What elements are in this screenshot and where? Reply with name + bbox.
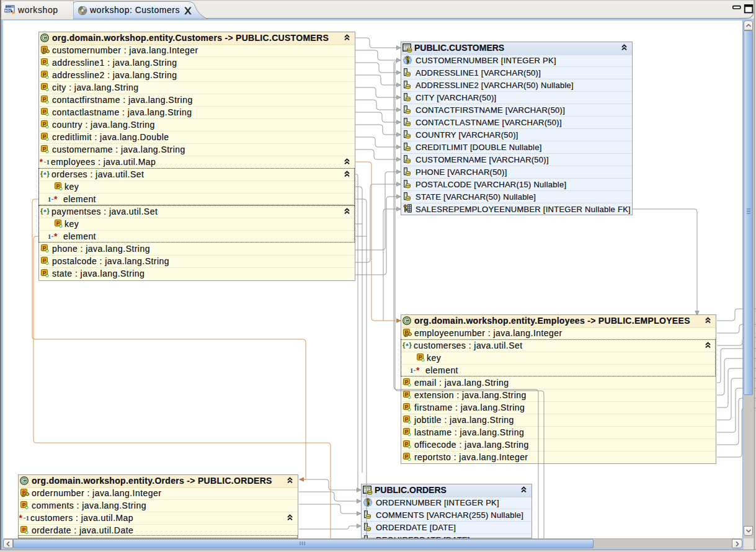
svg-text:1: 1 — [26, 515, 29, 522]
svg-text:*: * — [40, 158, 43, 167]
svg-text:C: C — [22, 477, 27, 484]
svg-text:C: C — [405, 317, 409, 324]
svg-text:*: * — [19, 514, 23, 523]
svg-text:C: C — [43, 34, 47, 41]
svg-text:1: 1 — [47, 159, 50, 166]
